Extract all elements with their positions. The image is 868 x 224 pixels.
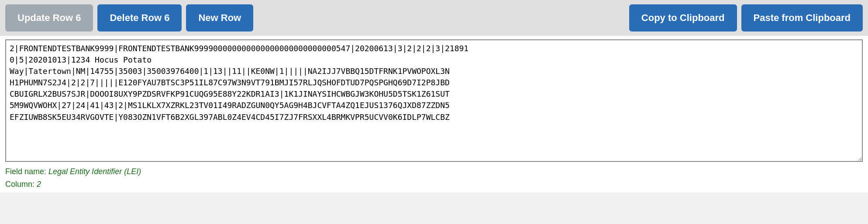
- field-name-label: Field name:: [5, 167, 46, 176]
- toolbar: Update Row 6 Delete Row 6 New Row Copy t…: [0, 0, 868, 36]
- column-info: Column: 2: [5, 180, 863, 189]
- copy-to-clipboard-button[interactable]: Copy to Clipboard: [629, 4, 737, 32]
- field-name-value: Legal Entity Identifier (LEI): [48, 167, 141, 176]
- column-label: Column:: [5, 180, 34, 189]
- field-info: Field name: Legal Entity Identifier (LEI…: [5, 167, 863, 176]
- paste-from-clipboard-button[interactable]: Paste from Clipboard: [741, 4, 863, 32]
- update-row-button[interactable]: Update Row 6: [5, 4, 93, 32]
- column-value: 2: [37, 180, 41, 189]
- data-text-area[interactable]: [5, 39, 863, 162]
- delete-row-button[interactable]: Delete Row 6: [97, 4, 182, 32]
- new-row-button[interactable]: New Row: [186, 4, 253, 32]
- content-area: Field name: Legal Entity Identifier (LEI…: [0, 36, 868, 192]
